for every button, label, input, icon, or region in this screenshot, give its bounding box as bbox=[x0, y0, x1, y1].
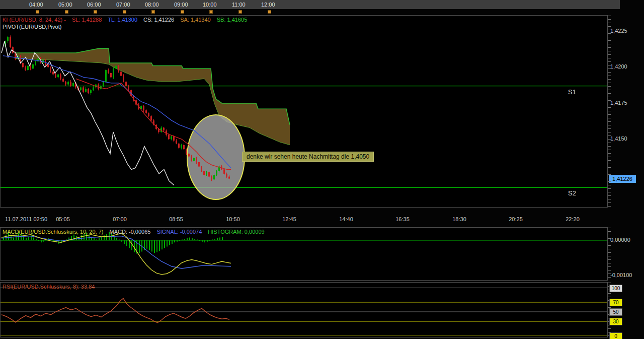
legend-item: TL: 1,41300 bbox=[108, 17, 137, 23]
rsi-axis-badge: 70 bbox=[609, 299, 622, 306]
rsi-axis-badge: 100 bbox=[609, 285, 622, 292]
current-price-badge: 1,41226 bbox=[609, 175, 636, 183]
macd-chart-canvas[interactable] bbox=[1, 228, 607, 280]
time-marker[interactable] bbox=[123, 10, 126, 14]
rsi-axis-badge: 30 bbox=[609, 318, 622, 325]
price-axis-tick: 1,4225 bbox=[610, 28, 627, 34]
time-marker[interactable] bbox=[65, 10, 68, 14]
rsi-panel: RSI(EUR/USD.Schlusskurs, 8): 33,84 bbox=[0, 282, 608, 337]
top-axis-label: 11:00 bbox=[232, 2, 246, 8]
time-marker[interactable] bbox=[238, 10, 242, 14]
macd-legend-item: MACD(EUR/USD.Schlusskurs, 10, 20, 7) bbox=[3, 229, 104, 235]
time-axis-label: 05:05 bbox=[56, 216, 70, 222]
trading-chart-window: 04:0005:0006:0007:0008:0009:0010:0011:00… bbox=[0, 0, 644, 339]
price-chart-canvas[interactable]: S1S2 bbox=[1, 16, 607, 207]
legend-item: SA: 1,41340 bbox=[180, 17, 211, 23]
macd-axis-tick: -0,00100 bbox=[610, 272, 632, 278]
top-axis-label: 10:00 bbox=[203, 2, 217, 8]
macd-signal-line bbox=[2, 236, 231, 268]
highlight-ellipse[interactable] bbox=[187, 115, 245, 199]
time-axis-label: 20:25 bbox=[509, 216, 523, 222]
price-axis-ticks bbox=[608, 16, 611, 207]
price-axis-tick: 1,4200 bbox=[610, 63, 627, 70]
time-marker[interactable] bbox=[181, 10, 184, 14]
pivot-label-s1: S1 bbox=[568, 88, 576, 96]
macd-legend: MACD(EUR/USD.Schlusskurs, 10, 20, 7)MACD… bbox=[3, 229, 271, 235]
top-axis-label: 09:00 bbox=[174, 2, 188, 8]
top-axis-label: 05:00 bbox=[58, 2, 72, 8]
indicator-legend-ki: KI (EUR/USD, 8, 24, 42) -SL: 1,41288TL: … bbox=[3, 17, 253, 23]
macd-histogram bbox=[4, 232, 222, 253]
macd-legend-item: HISTOGRAM: 0,00009 bbox=[208, 229, 264, 235]
chart-note-tooltip[interactable]: denke wir sehen heute Nachmittag die 1,4… bbox=[242, 152, 374, 162]
price-axis-tick: 1,4150 bbox=[610, 135, 627, 142]
time-axis-label: 18:30 bbox=[452, 216, 466, 222]
upper-time-axis: 04:0005:0006:0007:0008:0009:0010:0011:00… bbox=[0, 0, 620, 9]
time-axis-label: 08:55 bbox=[169, 216, 183, 222]
top-axis-label: 08:00 bbox=[145, 2, 159, 8]
top-axis-label: 07:00 bbox=[116, 2, 130, 8]
time-axis-label: 16:35 bbox=[395, 216, 410, 222]
time-axis-label: 10:50 bbox=[226, 216, 240, 222]
top-axis-label: 12:00 bbox=[261, 2, 275, 8]
indicator-legend-pivot: PIVOT(EUR/USD,Pivot) bbox=[3, 24, 61, 30]
rsi-chart-canvas[interactable] bbox=[1, 283, 607, 337]
rsi-axis-badge: 50 bbox=[609, 308, 622, 316]
time-marker[interactable] bbox=[36, 10, 39, 14]
legend-item: CS: 1,41226 bbox=[143, 17, 174, 23]
time-axis-label: 14:40 bbox=[339, 216, 353, 222]
macd-panel: MACD(EUR/USD.Schlusskurs, 10, 20, 7)MACD… bbox=[0, 227, 608, 281]
time-marker[interactable] bbox=[151, 10, 155, 14]
rsi-legend: RSI(EUR/USD.Schlusskurs, 8): 33,84 bbox=[3, 284, 95, 290]
rsi-axis-badge: 0 bbox=[609, 332, 622, 339]
time-axis-label: 12:45 bbox=[282, 216, 296, 222]
macd-legend-item: MACD: -0,00065 bbox=[110, 229, 151, 235]
time-axis-label: 11.07.2011 02:50 bbox=[5, 216, 47, 222]
time-marker[interactable] bbox=[94, 10, 97, 14]
time-marker[interactable] bbox=[268, 10, 271, 14]
macd-legend-item: SIGNAL: -0,00074 bbox=[156, 229, 202, 235]
legend-item: KI (EUR/USD, 8, 24, 42) - bbox=[3, 17, 66, 23]
price-axis-tick: 1,4175 bbox=[610, 100, 627, 106]
ichimoku-cloud bbox=[15, 48, 290, 145]
time-marker[interactable] bbox=[209, 10, 213, 14]
macd-axis-tick: 0,00000 bbox=[610, 237, 630, 243]
top-axis-label: 06:00 bbox=[87, 2, 101, 8]
legend-item: SB: 1,41605 bbox=[217, 17, 248, 23]
time-axis-label: 22:20 bbox=[566, 216, 580, 222]
price-chart-panel: S1S2 KI (EUR/USD, 8, 24, 42) -SL: 1,4128… bbox=[0, 15, 608, 208]
top-axis-label: 04:00 bbox=[29, 2, 43, 8]
time-axis-label: 07:00 bbox=[113, 216, 127, 222]
pivot-label-s2: S2 bbox=[568, 189, 576, 197]
legend-item: SL: 1,41288 bbox=[72, 17, 102, 23]
